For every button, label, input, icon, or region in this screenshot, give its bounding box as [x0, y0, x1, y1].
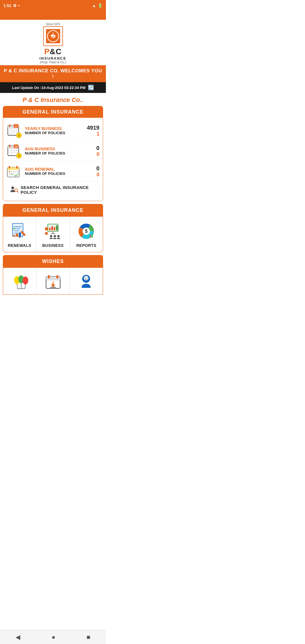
company-title: P & C Insurance Co.. — [0, 93, 106, 106]
wishes-item-1[interactable] — [3, 268, 36, 294]
yearly-business-subtitle: NUMBER OF POLICIES — [25, 131, 87, 135]
yearly-business-content: YEARLY BUSINESS NUMBER OF POLICIES — [25, 126, 87, 135]
svg-point-42 — [11, 186, 14, 189]
svg-rect-80 — [48, 275, 50, 279]
svg-text:$: $ — [18, 154, 20, 157]
battery-icon: 🔋 — [98, 3, 103, 8]
yearly-business-value1: 4919 — [87, 124, 100, 131]
aug-business-subtitle: NUMBER OF POLICIES — [25, 151, 88, 155]
aug-renewal-row[interactable]: AUG RENEWAL NUMBER OF POLICIES 0 0 — [6, 161, 99, 182]
signal-icon: ▲ — [92, 3, 96, 8]
renewals-label: RENEWALS — [8, 243, 31, 248]
reports-label: REPORTS — [76, 243, 96, 248]
aug-renewal-values: 0 0 — [88, 165, 99, 178]
logo-prop: (Prop. Patel & Co.) — [40, 60, 66, 64]
svg-point-86 — [85, 278, 86, 279]
wishes-grid — [3, 268, 103, 295]
general-insurance-grid: RENEWALS — [3, 217, 103, 252]
aug-renewal-subtitle: NUMBER OF POLICIES — [25, 171, 88, 176]
person-wishes-icon — [78, 273, 95, 290]
svg-rect-58 — [54, 227, 55, 230]
svg-rect-70 — [91, 234, 93, 238]
aug-business-icon: 1M $ — [6, 143, 22, 159]
general-insurance-header: GENERAL INSURANCE — [3, 106, 103, 118]
header-bar — [0, 11, 106, 20]
svg-line-44 — [17, 191, 18, 192]
grid-row: RENEWALS — [3, 217, 103, 252]
svg-text:$: $ — [85, 229, 88, 234]
status-bar: 1:51 ⚙ • ▲ 🔋 — [0, 0, 106, 11]
logo-name: P&C — [44, 47, 62, 56]
general-insurance-grid-header: GENERAL INSURANCE — [3, 204, 103, 217]
svg-point-41 — [13, 173, 14, 175]
svg-rect-57 — [51, 226, 53, 230]
bottom-nav: ◀ ● ■ — [0, 630, 106, 644]
general-insurance-card: GENERAL INSURANCE 1Y — [3, 106, 103, 201]
business-icon — [44, 222, 62, 240]
svg-point-64 — [54, 235, 56, 237]
last-update-bar[interactable]: Last Update On :14-Aug-2023 03:22:34 PM … — [0, 82, 106, 93]
pc-logo-svg: P — [46, 29, 60, 43]
svg-point-87 — [87, 278, 88, 279]
status-time: 1:51 — [3, 3, 11, 8]
aug-business-value2: 0 — [97, 151, 99, 157]
general-insurance-grid-section: GENERAL INSURANCE — [0, 204, 106, 252]
logo-sub: INSURANCE — [40, 56, 66, 60]
aug-renewal-content: AUG RENEWAL NUMBER OF POLICIES — [25, 167, 88, 176]
svg-rect-59 — [56, 225, 58, 230]
aug-business-content: AUG BUSINESS NUMBER OF POLICIES — [25, 147, 88, 155]
svg-point-34 — [9, 171, 10, 173]
logo-since: Since 1974 — [46, 23, 60, 26]
back-button[interactable]: ◀ — [10, 632, 26, 642]
svg-rect-69 — [90, 235, 91, 238]
aug-business-row[interactable]: 1M $ AUG BUSINESS NUMBER OF POLICIES — [6, 141, 99, 161]
svg-line-74 — [17, 284, 18, 289]
aug-business-title: AUG BUSINESS — [25, 147, 88, 151]
logo-section: Since 1974 P P&C INSURANCE (Prop. Patel … — [0, 20, 106, 65]
reports-button[interactable]: $ REPORTS — [70, 217, 103, 252]
aug-renewal-icon — [6, 164, 22, 179]
aug-renewal-value2: 0 — [97, 172, 99, 178]
search-general-insurance-button[interactable]: SEARCH GENERAL INSURANCE POLICY — [6, 182, 99, 198]
business-button[interactable]: BUSINESS — [36, 217, 69, 252]
aug-renewal-title: AUG RENEWAL — [25, 167, 88, 171]
dot-icon: • — [18, 3, 20, 8]
svg-rect-33 — [16, 166, 18, 168]
svg-point-65 — [57, 235, 60, 237]
recent-button[interactable]: ■ — [81, 632, 96, 642]
svg-text:1Y: 1Y — [15, 125, 18, 128]
search-person-icon — [10, 185, 18, 194]
svg-point-37 — [15, 171, 17, 173]
svg-rect-54 — [19, 232, 21, 237]
svg-rect-53 — [16, 234, 18, 237]
wishes-header: WISHES — [3, 255, 103, 268]
svg-rect-56 — [49, 228, 51, 230]
svg-rect-52 — [13, 235, 15, 237]
wishes-item-3[interactable] — [69, 268, 103, 294]
svg-point-40 — [11, 173, 12, 175]
svg-rect-19 — [9, 145, 10, 147]
balloons-icon — [11, 273, 28, 290]
yearly-business-row[interactable]: 1Y $ YEARLY BUSINESS NUMBER OF POLI — [6, 121, 99, 141]
svg-point-36 — [13, 171, 14, 173]
svg-point-73 — [23, 277, 28, 284]
svg-point-39 — [9, 173, 10, 175]
welcome-banner: P & C INSURANCE CO. WELCOMES YOU ! — [0, 65, 106, 82]
gear-icon: ⚙ — [13, 3, 17, 8]
reports-icon: $ — [77, 222, 95, 240]
aug-business-values: 0 0 — [88, 145, 99, 157]
home-button[interactable]: ● — [46, 632, 61, 642]
yearly-business-icon: 1Y $ — [6, 123, 22, 138]
svg-point-62 — [45, 227, 48, 230]
renewals-icon — [10, 222, 29, 240]
wishes-item-2[interactable] — [36, 268, 70, 294]
last-update-text: Last Update On :14-Aug-2023 03:22:34 PM — [12, 86, 85, 90]
svg-point-63 — [50, 235, 52, 237]
refresh-icon[interactable]: 🔄 — [88, 84, 94, 91]
stats-body: 1Y $ YEARLY BUSINESS NUMBER OF POLI — [3, 118, 103, 201]
calendar-wishes-icon — [45, 273, 62, 290]
svg-text:1M: 1M — [14, 145, 18, 148]
wishes-section: WISHES — [0, 255, 106, 295]
svg-rect-32 — [9, 166, 10, 168]
renewals-button[interactable]: RENEWALS — [3, 217, 36, 252]
